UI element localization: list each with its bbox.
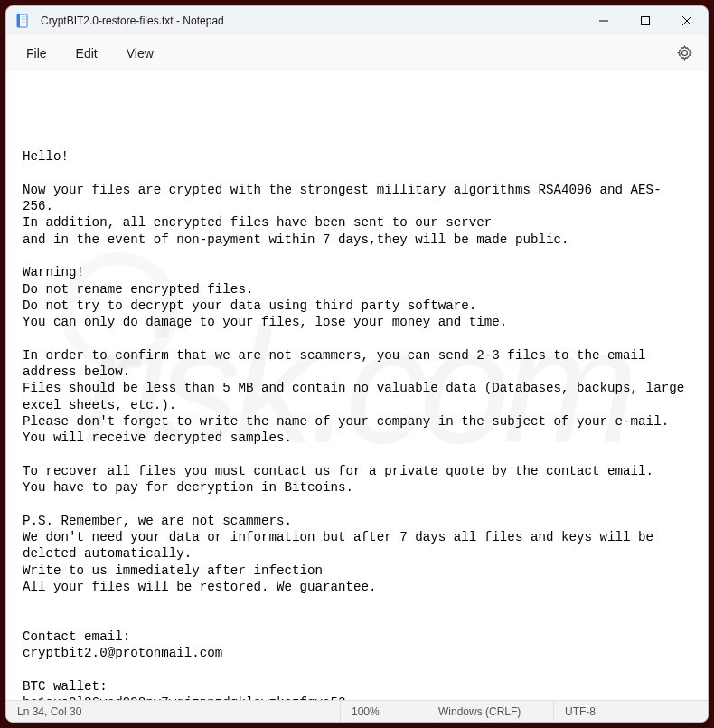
status-cursor-position[interactable]: Ln 34, Col 30 xyxy=(6,701,341,722)
minimize-button[interactable] xyxy=(583,6,625,35)
settings-button[interactable] xyxy=(668,37,700,70)
document-text: Hello! Now your files are crypted with t… xyxy=(23,148,691,700)
menubar: File Edit View xyxy=(6,35,708,71)
titlebar[interactable]: CryptBIT2.0-restore-files.txt - Notepad xyxy=(6,6,708,35)
menu-edit[interactable]: Edit xyxy=(63,41,110,66)
gear-icon xyxy=(677,45,692,61)
maximize-button[interactable] xyxy=(625,6,666,35)
status-zoom[interactable]: 100% xyxy=(341,701,427,722)
window-title: CryptBIT2.0-restore-files.txt - Notepad xyxy=(41,14,583,27)
menu-view[interactable]: View xyxy=(114,41,166,66)
text-editor[interactable]: risk.com Hello! Now your files are crypt… xyxy=(6,71,708,700)
close-button[interactable] xyxy=(666,6,708,35)
status-encoding[interactable]: UTF-8 xyxy=(554,701,708,722)
statusbar: Ln 34, Col 30 100% Windows (CRLF) UTF-8 xyxy=(6,700,708,722)
notepad-icon xyxy=(15,14,30,28)
svg-rect-1 xyxy=(17,14,20,27)
status-line-ending[interactable]: Windows (CRLF) xyxy=(427,701,554,722)
menu-file[interactable]: File xyxy=(14,41,60,66)
svg-rect-7 xyxy=(642,17,650,25)
window-controls xyxy=(583,6,708,35)
notepad-window: CryptBIT2.0-restore-files.txt - Notepad … xyxy=(5,5,709,723)
